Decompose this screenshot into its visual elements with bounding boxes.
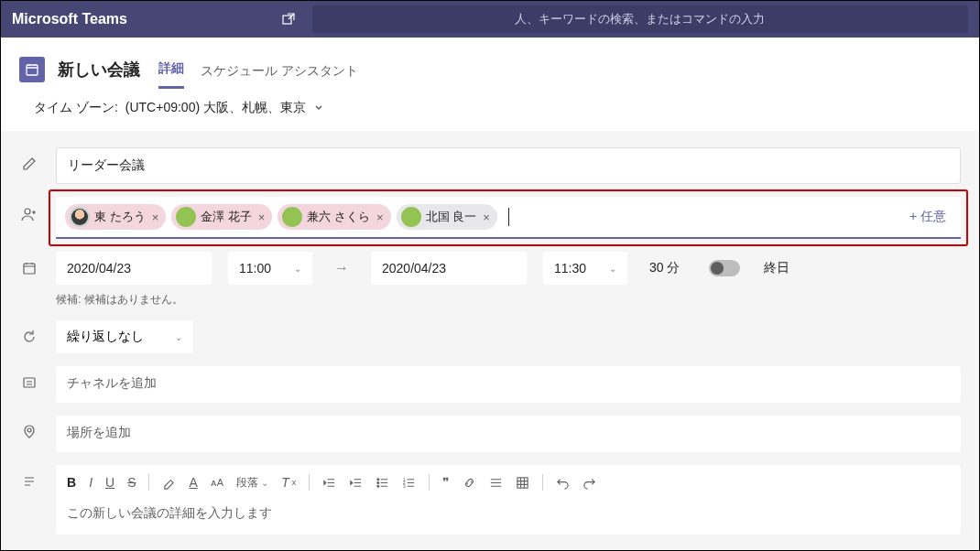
svg-rect-0 <box>283 16 291 24</box>
all-day-toggle[interactable] <box>709 260 740 276</box>
start-time-input[interactable]: 11:00 ⌄ <box>228 252 312 285</box>
svg-point-5 <box>27 428 31 432</box>
location-input[interactable]: 場所を追加 <box>56 416 961 452</box>
search-placeholder: 人、キーワードの検索、またはコマンドの入力 <box>515 11 765 27</box>
tab-scheduling-assistant[interactable]: スケジュール アシスタント <box>201 63 358 89</box>
attendee-name: 北国 良一 <box>426 209 477 225</box>
svg-rect-3 <box>24 264 35 274</box>
channel-input[interactable]: チャネルを追加 <box>56 366 961 403</box>
remove-attendee-icon[interactable]: × <box>483 211 490 224</box>
attendee-name: 東 たろう <box>94 209 146 225</box>
svg-point-8 <box>377 485 379 487</box>
duration-label: 30 分 <box>644 260 685 276</box>
chevron-down-icon: ⌄ <box>294 264 301 274</box>
rte-redo-button[interactable] <box>583 476 596 490</box>
chevron-down-icon: ⌄ <box>175 332 182 342</box>
svg-point-2 <box>25 209 30 214</box>
arrow-right-icon: → <box>329 260 354 276</box>
remove-attendee-icon[interactable]: × <box>152 211 159 224</box>
people-icon <box>19 197 39 222</box>
rte-numbered-list-button[interactable]: 123 <box>402 476 416 490</box>
avatar <box>401 207 421 227</box>
rte-toolbar: B I U S A ᴀA 段落 ⌄ Tx 123 ❞ <box>67 472 950 500</box>
pencil-icon <box>19 147 39 171</box>
avatar <box>70 207 90 227</box>
remove-attendee-icon[interactable]: × <box>376 211 384 224</box>
text-cursor <box>508 208 509 226</box>
avatar <box>282 207 302 227</box>
svg-text:3: 3 <box>403 484 406 489</box>
required-attendees-input[interactable]: 東 たろう×金澤 花子×兼六 さくら×北国 良一× + 任意 <box>56 197 961 239</box>
end-time-input[interactable]: 11:30 ⌄ <box>543 252 627 285</box>
svg-rect-12 <box>517 477 528 487</box>
rte-font-color-button[interactable]: A <box>189 475 197 490</box>
channel-icon <box>19 366 39 390</box>
svg-point-6 <box>377 478 379 480</box>
recurrence-select[interactable]: 繰り返しなし ⌄ <box>56 320 193 353</box>
page-title: 新しい会議 <box>58 59 140 81</box>
attendee-chip[interactable]: 金澤 花子× <box>171 204 272 230</box>
page-header: 新しい会議 詳細 スケジュール アシスタント <box>1 38 979 89</box>
clock-icon <box>19 261 39 276</box>
rte-outdent-button[interactable] <box>322 476 336 490</box>
attendee-chip[interactable]: 北国 良一× <box>397 204 497 230</box>
rte-paragraph-select[interactable]: 段落 ⌄ <box>236 475 268 491</box>
svg-rect-1 <box>27 65 38 75</box>
recurrence-icon <box>19 330 39 344</box>
rte-quote-button[interactable]: ❞ <box>442 475 450 490</box>
timezone-label: タイム ゾーン: <box>34 100 118 116</box>
rte-link-button[interactable] <box>463 476 476 490</box>
rte-italic-button[interactable]: I <box>89 475 93 490</box>
calendar-icon <box>19 57 45 82</box>
description-editor[interactable]: B I U S A ᴀA 段落 ⌄ Tx 123 ❞ <box>56 465 961 535</box>
meeting-form: リーダー会議 東 たろう×金澤 花子×兼六 さくら×北国 良一× + 任意 20… <box>1 131 979 551</box>
chevron-down-icon: ⌄ <box>609 264 616 274</box>
svg-rect-4 <box>24 378 35 387</box>
rte-hr-button[interactable] <box>489 476 503 490</box>
attendee-name: 兼六 さくら <box>307 209 370 225</box>
time-suggestions: 候補: 候補はありません。 <box>19 292 961 308</box>
timezone-selector[interactable]: タイム ゾーン: (UTC+09:00) 大阪、札幌、東京 <box>1 89 979 131</box>
rte-bold-button[interactable]: B <box>67 475 76 490</box>
remove-attendee-icon[interactable]: × <box>258 211 266 224</box>
all-day-label: 終日 <box>764 260 789 276</box>
tab-details[interactable]: 詳細 <box>158 60 184 89</box>
attendees-highlight-box: 東 たろう×金澤 花子×兼六 さくら×北国 良一× + 任意 <box>49 189 968 246</box>
rte-undo-button[interactable] <box>556 476 570 490</box>
start-date-input[interactable]: 2020/04/23 <box>56 252 212 285</box>
top-bar: Microsoft Teams 人、キーワードの検索、またはコマンドの入力 <box>1 1 979 38</box>
meeting-title-input[interactable]: リーダー会議 <box>56 147 961 184</box>
attendee-chip[interactable]: 東 たろう× <box>65 204 166 230</box>
rte-font-size-button[interactable]: ᴀA <box>211 477 223 489</box>
avatar <box>176 207 196 227</box>
timezone-value: (UTC+09:00) 大阪、札幌、東京 <box>125 100 306 116</box>
location-icon <box>19 416 39 439</box>
description-icon <box>19 465 39 489</box>
rte-strike-button[interactable]: S <box>127 475 136 490</box>
chevron-down-icon <box>313 101 324 115</box>
rte-highlight-button[interactable] <box>162 476 176 490</box>
app-title: Microsoft Teams <box>12 11 127 27</box>
attendee-chip[interactable]: 兼六 さくら× <box>278 204 390 230</box>
description-placeholder: この新しい会議の詳細を入力します <box>67 500 950 527</box>
rte-underline-button[interactable]: U <box>105 475 114 490</box>
svg-point-7 <box>377 481 379 483</box>
end-date-input[interactable]: 2020/04/23 <box>371 252 527 285</box>
rte-indent-button[interactable] <box>349 476 363 490</box>
rte-table-button[interactable] <box>516 476 529 490</box>
tabs: 詳細 スケジュール アシスタント <box>158 50 358 89</box>
add-optional-attendees-button[interactable]: + 任意 <box>904 209 952 225</box>
attendee-name: 金澤 花子 <box>201 209 252 225</box>
rte-bulleted-list-button[interactable] <box>376 476 389 490</box>
popout-icon[interactable] <box>276 6 301 32</box>
rte-clear-format-button[interactable]: Tx <box>281 475 296 490</box>
search-input[interactable]: 人、キーワードの検索、またはコマンドの入力 <box>312 5 968 33</box>
